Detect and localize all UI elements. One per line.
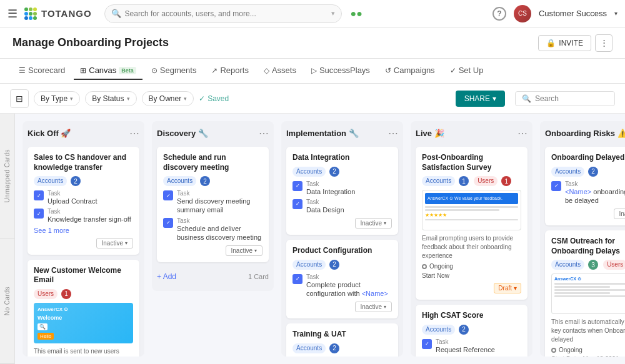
by-owner-filter[interactable]: By Owner ▾ <box>142 91 194 106</box>
discovery-menu[interactable]: ⋯ <box>259 127 269 139</box>
card-tags: Users 1 <box>34 289 133 299</box>
card-sales-handover[interactable]: Sales to CS handover and knowledge trans… <box>28 147 139 255</box>
task-text: Send discovery meeting summary email <box>177 197 262 215</box>
task-icon: ✓ <box>422 339 432 349</box>
tab-successplays[interactable]: ▷ SuccessPlays <box>305 62 376 80</box>
nav-right: ? CS Customer Success ▾ <box>492 5 618 22</box>
card-tags: Accounts 2 <box>34 176 133 186</box>
invite-button[interactable]: 🔒 INVITE <box>538 35 591 51</box>
live-header: Live 🎉 ⋯ <box>416 126 528 142</box>
filter-icon-button[interactable]: ⊟ <box>10 89 29 108</box>
accounts-count: 1 <box>459 176 469 186</box>
scorecard-icon: ☰ <box>19 66 26 75</box>
status-badge[interactable]: Inactive ▾ <box>96 238 133 248</box>
hello-badge: Hello <box>38 333 54 340</box>
task-item: ✓ Task Knowledge transfer sign-off <box>34 208 133 224</box>
answercx-logo: AnswerCX ⊙ <box>38 307 68 312</box>
logo: TOTANGO <box>24 7 92 21</box>
draft-badge[interactable]: Draft ▾ <box>494 283 521 293</box>
help-button[interactable]: ? <box>492 7 506 21</box>
status-badge[interactable]: Inactive ▾ <box>355 218 392 229</box>
card-product-config[interactable]: Product Configuration Accounts 2 ✓ Task … <box>286 240 398 318</box>
global-search-input[interactable] <box>125 9 328 18</box>
task-icon: ✓ <box>292 199 302 209</box>
card-title: Post-Onboarding Satisfaction Survey <box>422 153 521 172</box>
accounts-count: 2 <box>200 176 210 186</box>
accounts-count: 2 <box>71 176 81 186</box>
accounts-tag: Accounts <box>551 167 584 177</box>
ongoing-row: Ongoing <box>551 347 625 353</box>
implementation-header: Implementation 🔧 ⋯ <box>286 126 398 142</box>
users-count: 1 <box>501 176 511 186</box>
tab-segments[interactable]: ⊙ Segments <box>145 62 203 80</box>
accounts-count: 2 <box>329 260 339 270</box>
global-search[interactable]: 🔍 ▾ <box>104 4 342 23</box>
card-csm-outreach[interactable]: CSM Outreach for Onboarding Delays Accou… <box>545 230 625 357</box>
card-title: High CSAT Score <box>422 311 521 321</box>
kickoff-menu[interactable]: ⋯ <box>129 127 139 139</box>
card-satisfaction-survey[interactable]: Post-Onboarding Satisfaction Survey Acco… <box>416 147 528 300</box>
accounts-count: 2 <box>329 343 339 353</box>
accounts-tag: Accounts <box>422 176 455 186</box>
outreach-line <box>554 289 625 291</box>
svg-point-5 <box>33 12 37 16</box>
board-search[interactable]: 🔍 <box>515 91 615 106</box>
card-title: Onboarding Delayed <box>551 153 625 163</box>
kickoff-header: Kick Off 🚀 ⋯ <box>28 126 139 142</box>
task-label: Task <box>48 190 98 197</box>
tab-reports[interactable]: ↗ Reports <box>205 62 255 80</box>
svg-point-4 <box>29 12 32 16</box>
customer-name[interactable]: Customer Success <box>539 9 607 18</box>
card-title: Sales to CS handover and knowledge trans… <box>34 153 133 172</box>
card-high-csat[interactable]: High CSAT Score Accounts 2 ✓ Task Reques… <box>416 305 528 357</box>
task-label: Task <box>306 199 344 205</box>
side-labels: Unmapped Cards No Cards <box>0 114 15 364</box>
live-menu[interactable]: ⋯ <box>518 127 528 139</box>
card-discovery-meeting[interactable]: Schedule and run discovery meeting Accou… <box>157 147 269 262</box>
card-title: Product Configuration <box>292 246 392 256</box>
by-type-filter[interactable]: By Type ▾ <box>34 91 80 106</box>
tab-setup[interactable]: ✓ Set Up <box>444 62 490 80</box>
status-badge[interactable]: Inactive ▾ <box>226 245 262 256</box>
status-badge[interactable]: Inactive ▾ <box>614 209 625 219</box>
tab-campaigns[interactable]: ↺ Campaigns <box>379 62 441 80</box>
add-card-button[interactable]: + Add <box>157 270 176 283</box>
more-icon: ⋮ <box>600 38 608 47</box>
card-tags: Accounts 2 <box>551 167 625 177</box>
card-title: Schedule and run discovery meeting <box>163 153 262 172</box>
see-more-link[interactable]: See 1 more <box>34 227 133 234</box>
more-options-button[interactable]: ⋮ <box>595 34 612 52</box>
task-label: Task <box>177 190 262 197</box>
task-text: Data Integration <box>306 187 355 196</box>
accounts-count: 3 <box>588 260 598 270</box>
accounts-tag: Accounts <box>292 167 326 177</box>
canvas-icon: ⊞ <box>80 66 86 75</box>
implementation-menu[interactable]: ⋯ <box>388 127 398 139</box>
share-arrow: ▾ <box>492 94 496 103</box>
card-onboarding-delayed[interactable]: Onboarding Delayed Accounts 2 ✓ Task <Na… <box>545 147 625 225</box>
users-count: 1 <box>61 289 71 299</box>
card-data-integration[interactable]: Data Integration Accounts 2 ✓ Task Data … <box>286 147 398 235</box>
live-title: Live 🎉 <box>416 129 444 138</box>
start-label: Start Now <box>422 272 449 279</box>
customer-dropdown-icon[interactable]: ▾ <box>614 10 618 17</box>
share-button[interactable]: SHARE ▾ <box>456 91 505 107</box>
tab-assets[interactable]: ◇ Assets <box>258 62 302 80</box>
avatar[interactable]: CS <box>514 5 531 22</box>
card-title: New Customer Welcome Email <box>34 266 133 285</box>
board-search-input[interactable] <box>535 94 608 103</box>
card-training-uat[interactable]: Training & UAT Accounts 2 ✓ Task <box>286 323 398 357</box>
feedback-header-text: AnswerCX ⊙ We value your feedback. <box>428 196 502 201</box>
status-badge[interactable]: Inactive ▾ <box>355 302 392 312</box>
by-status-filter[interactable]: By Status ▾ <box>85 91 136 106</box>
tab-canvas[interactable]: ⊞ Canvas Beta <box>74 62 142 80</box>
tab-scorecard[interactable]: ☰ Scorecard <box>12 62 71 80</box>
no-cards-label: No Cards <box>0 239 14 365</box>
card-title: Training & UAT <box>292 330 392 340</box>
menu-icon[interactable]: ☰ <box>8 7 18 21</box>
saved-checkmark: ✓ <box>199 94 205 103</box>
outreach-line <box>554 283 625 285</box>
card-welcome-email[interactable]: New Customer Welcome Email Users 1 Answe… <box>28 260 139 357</box>
search-dropdown-icon[interactable]: ▾ <box>331 9 335 17</box>
task-icon: ✓ <box>163 218 173 228</box>
